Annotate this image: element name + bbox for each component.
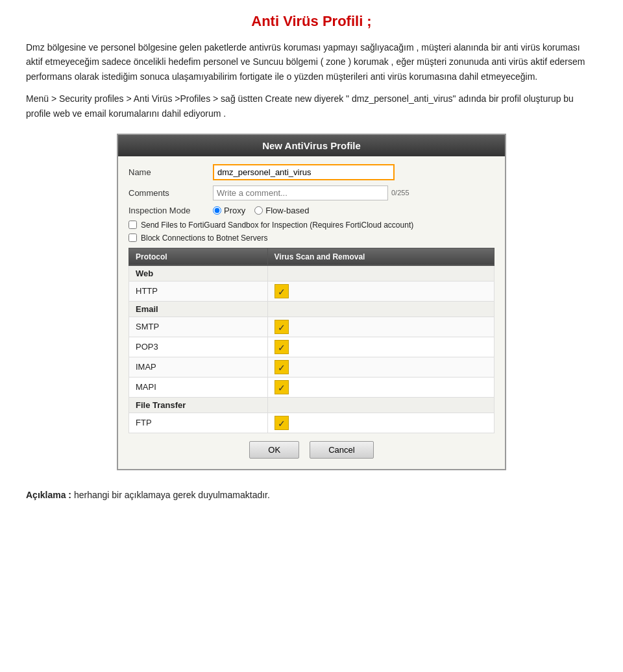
- ftp-checkmark: ✓: [275, 416, 289, 430]
- table-row-ftp: FTP ✓: [129, 413, 495, 433]
- section-web-label: Web: [129, 265, 268, 281]
- char-count: 0/255: [391, 189, 409, 197]
- checkbox-botnet-label: Block Connections to Botnet Servers: [141, 234, 267, 243]
- section-email-label: Email: [129, 301, 268, 317]
- protocol-pop3: POP3: [129, 337, 268, 357]
- inspection-mode-label: Inspection Mode: [128, 206, 213, 215]
- section-filetransfer-label: File Transfer: [129, 397, 268, 413]
- radio-flow-label[interactable]: Flow-based: [254, 206, 309, 215]
- dialog-buttons: OK Cancel: [128, 441, 495, 459]
- checkbox-sandbox-row: Send Files to FortiGuard Sandbox for Ins…: [128, 221, 495, 230]
- checkbox-botnet-row: Block Connections to Botnet Servers: [128, 234, 495, 243]
- checkbox-botnet[interactable]: [128, 234, 137, 242]
- smtp-check: ✓: [267, 317, 494, 337]
- explanation-text: Açıklama : herhangi bir açıklamaya gerek…: [26, 490, 597, 500]
- radio-proxy[interactable]: [213, 206, 221, 215]
- table-row-pop3: POP3 ✓: [129, 337, 495, 357]
- inspection-mode-control: Proxy Flow-based: [213, 206, 495, 215]
- protocol-smtp: SMTP: [129, 317, 268, 337]
- http-check: ✓: [267, 281, 494, 301]
- mapi-check: ✓: [267, 377, 494, 397]
- menu-paragraph: Menü > Security profiles > Anti Virüs >P…: [26, 91, 597, 121]
- col-protocol: Protocol: [129, 248, 268, 265]
- name-label: Name: [128, 167, 213, 177]
- mapi-checkmark: ✓: [275, 380, 289, 394]
- checkbox-sandbox[interactable]: [128, 221, 137, 229]
- pop3-check: ✓: [267, 337, 494, 357]
- comments-label: Comments: [128, 188, 213, 198]
- comments-control: 0/255: [213, 186, 495, 200]
- imap-check: ✓: [267, 357, 494, 377]
- radio-proxy-text: Proxy: [224, 206, 245, 215]
- dialog-titlebar: New AntiVirus Profile: [118, 135, 505, 156]
- smtp-checkmark: ✓: [275, 320, 289, 334]
- radio-flow[interactable]: [254, 206, 263, 215]
- cancel-button[interactable]: Cancel: [310, 441, 373, 459]
- table-row-http: HTTP ✓: [129, 281, 495, 301]
- ftp-check: ✓: [267, 413, 494, 433]
- name-control: [213, 164, 495, 180]
- section-filetransfer: File Transfer: [129, 397, 495, 413]
- radio-flow-text: Flow-based: [265, 206, 309, 215]
- col-virus-scan: Virus Scan and Removal: [267, 248, 494, 265]
- inspection-mode-row: Inspection Mode Proxy Flow-based: [128, 206, 495, 215]
- imap-checkmark: ✓: [275, 360, 289, 374]
- protocol-ftp: FTP: [129, 413, 268, 433]
- explanation-body: herhangi bir açıklamaya gerek duyulmamak…: [74, 490, 270, 500]
- protocol-table: Protocol Virus Scan and Removal Web HTTP…: [128, 248, 495, 433]
- section-email-empty: [267, 301, 494, 317]
- section-web-empty: [267, 265, 494, 281]
- page-title: Anti Virüs Profili ;: [26, 13, 597, 30]
- protocol-imap: IMAP: [129, 357, 268, 377]
- explanation-label: Açıklama :: [26, 490, 71, 500]
- table-row-smtp: SMTP ✓: [129, 317, 495, 337]
- comments-row: Comments 0/255: [128, 186, 495, 200]
- protocol-mapi: MAPI: [129, 377, 268, 397]
- comments-input[interactable]: [213, 186, 388, 200]
- checkbox-sandbox-label: Send Files to FortiGuard Sandbox for Ins…: [141, 221, 413, 230]
- pop3-checkmark: ✓: [275, 340, 289, 354]
- antivirus-dialog: New AntiVirus Profile Name Comments 0/25…: [117, 134, 506, 470]
- section-filetransfer-empty: [267, 397, 494, 413]
- ok-button[interactable]: OK: [249, 441, 299, 459]
- dialog-body: Name Comments 0/255 Inspection Mode Prox…: [118, 156, 505, 469]
- name-input[interactable]: [213, 164, 395, 180]
- body-paragraph1: Dmz bölgesine ve personel bölgesine gele…: [26, 40, 597, 84]
- protocol-http: HTTP: [129, 281, 268, 301]
- table-row-imap: IMAP ✓: [129, 357, 495, 377]
- section-email: Email: [129, 301, 495, 317]
- section-web: Web: [129, 265, 495, 281]
- http-checkmark: ✓: [275, 284, 289, 298]
- name-row: Name: [128, 164, 495, 180]
- radio-proxy-label[interactable]: Proxy: [213, 206, 245, 215]
- radio-group: Proxy Flow-based: [213, 206, 309, 215]
- table-row-mapi: MAPI ✓: [129, 377, 495, 397]
